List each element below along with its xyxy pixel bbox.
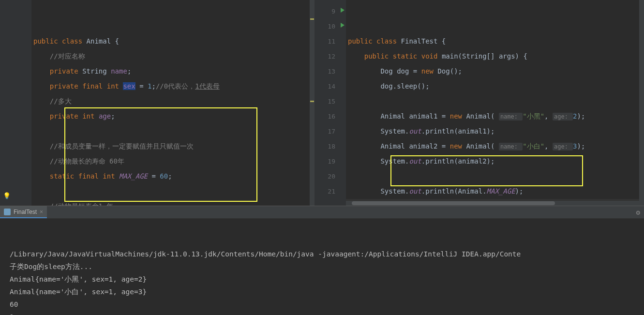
run-icon[interactable]	[341, 23, 344, 28]
gutter-line[interactable]	[0, 94, 31, 109]
code-token	[33, 67, 50, 75]
gutter-line[interactable]: 14	[315, 79, 346, 94]
code-line[interactable]: dog.sleep();	[346, 79, 644, 94]
gutter-line[interactable]: 18	[315, 139, 346, 154]
gutter-line[interactable]: 12	[315, 49, 346, 64]
editor-right-pane: 9101112131415161718192021 public class F…	[315, 0, 644, 206]
gutter-line[interactable]: 💡	[0, 184, 31, 199]
code-line[interactable]: private String name;	[31, 64, 315, 79]
code-token: name:	[499, 113, 523, 120]
gear-icon[interactable]: ⚙	[636, 209, 640, 216]
code-line[interactable]: //动物最长的寿命 60年	[31, 154, 315, 169]
code-token: ;	[151, 82, 155, 90]
gutter-line[interactable]	[0, 139, 31, 154]
code-token: );	[577, 112, 585, 120]
code-token: 60	[160, 172, 168, 180]
right-code[interactable]: public class FinalTest { public static v…	[346, 0, 644, 206]
code-token: Dog dog =	[348, 67, 421, 75]
scrollbar-right[interactable]	[639, 0, 644, 206]
code-token: Animal {	[87, 37, 119, 45]
code-line[interactable]: //和成员变量一样，一定要赋值并且只赋值一次	[31, 139, 315, 154]
console-tab-finaltest[interactable]: FinalTest ×	[0, 206, 47, 218]
code-line[interactable]: //动物最短寿命1 年	[31, 199, 315, 206]
code-token: dog.sleep();	[348, 82, 430, 90]
code-token: Dog();	[437, 67, 462, 75]
left-gutter: 💡	[0, 0, 31, 206]
code-token: (String[] args) {	[458, 52, 527, 60]
gutter-line[interactable]: 13	[315, 64, 346, 79]
code-token: age	[99, 112, 111, 120]
gutter-line[interactable]	[0, 34, 31, 49]
run-icon[interactable]	[341, 8, 344, 13]
code-line[interactable]	[346, 169, 644, 184]
code-token: 1代表母	[195, 82, 219, 90]
code-line[interactable]: //对应名称	[31, 49, 315, 64]
code-token: ;	[127, 67, 131, 75]
code-token: out	[409, 187, 421, 195]
code-line[interactable]: public class FinalTest {	[346, 34, 644, 49]
bulb-icon[interactable]: 💡	[3, 188, 11, 203]
code-line[interactable]: System.out.println(animal2);	[346, 154, 644, 169]
gutter-line[interactable]: 9	[315, 4, 346, 19]
code-token: sex	[123, 82, 135, 90]
code-line[interactable]: Animal animal1 = new Animal( name: "小黑",…	[346, 109, 644, 124]
code-token: //多大	[50, 97, 72, 105]
code-token: //对应名称	[50, 52, 85, 60]
gutter-line[interactable]: 10	[315, 19, 346, 34]
gutter-line[interactable]: 21	[315, 184, 346, 199]
hscroll-right[interactable]	[346, 201, 644, 206]
left-code[interactable]: public class Animal { //对应名称 private Str…	[31, 0, 315, 206]
gutter-line[interactable]	[0, 49, 31, 64]
code-line[interactable]	[31, 184, 315, 199]
code-line[interactable]: private final int sex = 1;//0代表公，1代表母	[31, 79, 315, 94]
console-output[interactable]: /Library/Java/JavaVirtualMachines/jdk-11…	[0, 219, 644, 315]
code-token: private final int	[50, 82, 123, 90]
editor-left-pane: 💡 public class Animal { //对应名称 private S…	[0, 0, 315, 206]
gutter-line[interactable]: 20	[315, 169, 346, 184]
gutter-line[interactable]: 17	[315, 124, 346, 139]
code-line[interactable]: static final int MAX_AGE = 60;	[31, 169, 315, 184]
code-line[interactable]: private int age;	[31, 109, 315, 124]
code-token: System.	[348, 127, 409, 135]
code-token: .println(Animal.	[421, 187, 487, 195]
code-line[interactable]	[31, 124, 315, 139]
gutter-line[interactable]	[0, 79, 31, 94]
gutter-line[interactable]	[0, 154, 31, 169]
scrollbar-left[interactable]	[310, 0, 315, 206]
code-token: static final int	[50, 172, 119, 180]
code-token: Animal animal1 =	[348, 112, 450, 120]
gutter-line[interactable]: 19	[315, 154, 346, 169]
console-panel: FinalTest × ⚙ /Library/Java/JavaVirtualM…	[0, 206, 644, 315]
code-token: public static void	[364, 52, 442, 60]
gutter-line[interactable]	[0, 64, 31, 79]
code-line[interactable]: public static void main(String[] args) {	[346, 49, 644, 64]
close-icon[interactable]: ×	[40, 209, 43, 215]
code-token: private int	[50, 112, 99, 120]
code-line[interactable]	[346, 94, 644, 109]
gutter-line[interactable]	[0, 4, 31, 19]
gutter-line[interactable]: 15	[315, 94, 346, 109]
code-token: MAX_AGE	[119, 172, 148, 180]
gutter-line[interactable]	[0, 109, 31, 124]
code-line[interactable]: Animal animal2 = new Animal( name: "小白",…	[346, 139, 644, 154]
code-token: "小黑"	[523, 112, 544, 120]
code-line[interactable]: System.out.println(animal1);	[346, 124, 644, 139]
gutter-line[interactable]	[0, 124, 31, 139]
gutter-line[interactable]: 11	[315, 34, 346, 49]
code-token: age:	[553, 113, 573, 120]
code-line[interactable]: Dog dog = new Dog();	[346, 64, 644, 79]
gutter-line[interactable]	[0, 19, 31, 34]
code-line[interactable]: //多大	[31, 94, 315, 109]
code-line[interactable]: public class Animal {	[31, 34, 315, 49]
code-token: 3	[573, 142, 577, 150]
code-token: name:	[499, 143, 523, 150]
editor-area: 💡 public class Animal { //对应名称 private S…	[0, 0, 644, 206]
code-token: main	[442, 52, 458, 60]
gutter-line[interactable]	[0, 169, 31, 184]
code-token: ;	[168, 172, 172, 180]
code-token: name	[111, 67, 127, 75]
code-line[interactable]: System.out.println(Animal.MAX_AGE);	[346, 184, 644, 199]
gutter-line[interactable]: 16	[315, 109, 346, 124]
code-token: out	[409, 157, 421, 165]
code-token: FinalTest {	[401, 37, 446, 45]
